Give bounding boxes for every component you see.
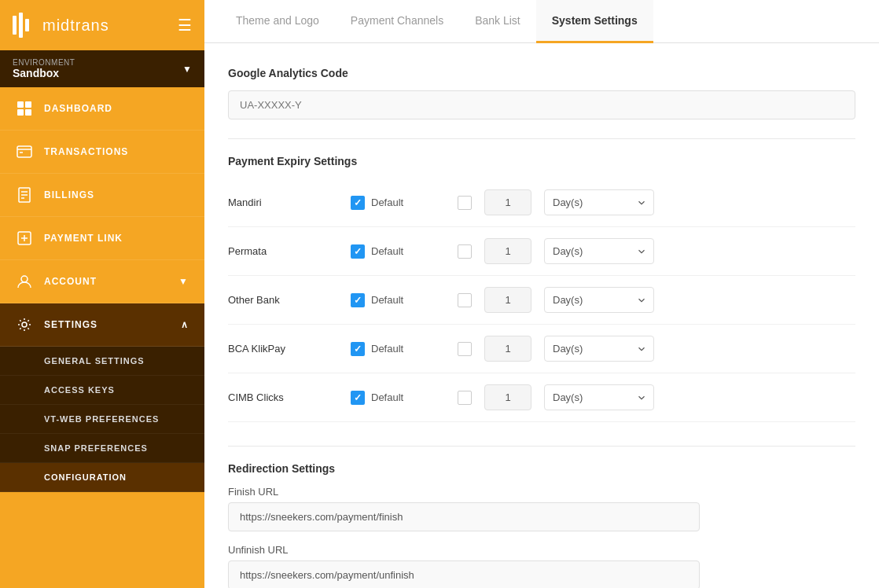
tab-system-settings[interactable]: System Settings bbox=[536, 0, 653, 43]
svg-point-18 bbox=[22, 322, 27, 327]
env-arrow-icon: ▼ bbox=[182, 64, 192, 75]
sidebar-item-vt-web[interactable]: VT-Web Preferences bbox=[0, 405, 204, 434]
redirection-section: Redirection Settings Finish URL Unfinish… bbox=[228, 462, 855, 588]
sidebar-item-settings[interactable]: Settings ∧ bbox=[0, 303, 204, 347]
expiry-label-cimb: CIMB Clicks bbox=[228, 391, 338, 403]
gear-icon bbox=[16, 316, 33, 333]
sidebar-item-dashboard[interactable]: Dashboard bbox=[0, 87, 204, 130]
cimb-unit-select[interactable]: Day(s) Hour(s) Minute(s) bbox=[544, 384, 654, 410]
sidebar-label-dashboard: Dashboard bbox=[44, 103, 189, 114]
checkbox-bca-custom[interactable] bbox=[458, 342, 472, 356]
permata-value-input[interactable] bbox=[484, 238, 531, 264]
sidebar-item-snap-preferences[interactable]: Snap Preferences bbox=[0, 434, 204, 463]
payment-expiry-section: Payment Expiry Settings Mandiri Default … bbox=[228, 155, 855, 422]
svg-rect-1 bbox=[19, 13, 23, 38]
expiry-title: Payment Expiry Settings bbox=[228, 155, 855, 167]
expiry-label-mandiri: Mandiri bbox=[228, 197, 338, 208]
unfinish-url-label: Unfinish URL bbox=[228, 544, 855, 556]
finish-url-label: Finish URL bbox=[228, 486, 855, 498]
expiry-row-mandiri: Mandiri Default Day(s) Hour(s) Minute(s) bbox=[228, 178, 855, 227]
other-bank-unit-select[interactable]: Day(s) Hour(s) Minute(s) bbox=[544, 287, 654, 313]
document-icon bbox=[16, 186, 33, 204]
tabs-bar: Theme and Logo Payment Channels Bank Lis… bbox=[204, 0, 879, 43]
expiry-row-other-bank: Other Bank Default Day(s) Hour(s) Minute… bbox=[228, 276, 855, 325]
analytics-title: Google Analytics Code bbox=[228, 67, 855, 79]
checkbox-bca-default[interactable] bbox=[351, 342, 365, 356]
sidebar-item-configuration[interactable]: Configuration bbox=[0, 463, 204, 492]
svg-rect-5 bbox=[17, 109, 24, 116]
divider-2 bbox=[228, 446, 855, 447]
sidebar-item-access-keys[interactable]: Access Keys bbox=[0, 376, 204, 405]
sidebar-item-general-settings[interactable]: General Settings bbox=[0, 347, 204, 376]
checkbox-mandiri-default[interactable] bbox=[351, 196, 365, 210]
checkbox-other-bank-default[interactable] bbox=[351, 293, 365, 307]
logo-icon bbox=[13, 13, 35, 38]
analytics-section: Google Analytics Code bbox=[228, 67, 855, 119]
finish-url-row: Finish URL bbox=[228, 486, 855, 531]
sidebar-label-settings: Settings bbox=[44, 319, 170, 330]
bca-value-input[interactable] bbox=[484, 336, 531, 362]
main-content: Theme and Logo Payment Channels Bank Lis… bbox=[204, 0, 879, 588]
checkbox-area-permata: Default bbox=[351, 244, 445, 259]
tab-theme-logo[interactable]: Theme and Logo bbox=[220, 0, 335, 43]
mandiri-value-input[interactable] bbox=[484, 189, 531, 215]
content-area: Google Analytics Code Payment Expiry Set… bbox=[204, 43, 879, 588]
tab-payment-channels[interactable]: Payment Channels bbox=[335, 0, 459, 43]
logo-area: midtrans bbox=[13, 13, 109, 38]
svg-rect-7 bbox=[17, 146, 31, 157]
sidebar-label-transactions: Transactions bbox=[44, 146, 189, 157]
permata-unit-select[interactable]: Day(s) Hour(s) Minute(s) bbox=[544, 238, 654, 264]
checkbox-permata-custom[interactable] bbox=[458, 244, 472, 259]
checkbox-area-mandiri: Default bbox=[351, 196, 445, 210]
hamburger-button[interactable]: ☰ bbox=[178, 16, 192, 35]
sidebar-item-account[interactable]: Account ▼ bbox=[0, 260, 204, 303]
default-label-mandiri: Default bbox=[371, 197, 403, 208]
payment-icon bbox=[16, 230, 33, 247]
default-label-cimb: Default bbox=[371, 391, 403, 403]
credit-card-icon bbox=[16, 143, 33, 160]
sidebar-item-billings[interactable]: Billings bbox=[0, 174, 204, 217]
checkbox-area-cimb: Default bbox=[351, 391, 445, 405]
default-label-other-bank: Default bbox=[371, 294, 403, 306]
env-selector[interactable]: Environment Sandbox ▼ bbox=[0, 50, 204, 87]
nav-items: Dashboard Transactions Bi bbox=[0, 87, 204, 588]
cimb-value-input[interactable] bbox=[484, 384, 531, 410]
user-icon bbox=[16, 273, 33, 290]
checkbox-permata-default[interactable] bbox=[351, 244, 365, 259]
env-value: Sandbox bbox=[13, 67, 75, 79]
sidebar-header: midtrans ☰ bbox=[0, 0, 204, 50]
divider-1 bbox=[228, 138, 855, 139]
expiry-row-cimb: CIMB Clicks Default Day(s) Hour(s) Minut… bbox=[228, 373, 855, 422]
unfinish-url-row: Unfinish URL bbox=[228, 544, 855, 588]
checkbox-cimb-custom[interactable] bbox=[458, 391, 472, 405]
sidebar-label-billings: Billings bbox=[44, 189, 189, 200]
tab-bank-list[interactable]: Bank List bbox=[459, 0, 536, 43]
env-info: Environment Sandbox bbox=[13, 58, 75, 79]
sidebar-label-payment-link: Payment Link bbox=[44, 233, 189, 244]
sidebar-item-transactions[interactable]: Transactions bbox=[0, 130, 204, 174]
checkbox-other-bank-custom[interactable] bbox=[458, 293, 472, 307]
env-label: Environment bbox=[13, 58, 75, 67]
expiry-row-bca: BCA KlikPay Default Day(s) Hour(s) Minut… bbox=[228, 325, 855, 373]
mandiri-unit-select[interactable]: Day(s) Hour(s) Minute(s) bbox=[544, 189, 654, 215]
sidebar-label-account: Account bbox=[44, 276, 167, 287]
default-label-bca: Default bbox=[371, 343, 403, 355]
expiry-row-permata: Permata Default Day(s) Hour(s) Minute(s) bbox=[228, 227, 855, 276]
expiry-label-bca: BCA KlikPay bbox=[228, 343, 338, 355]
analytics-input[interactable] bbox=[228, 90, 855, 119]
bca-unit-select[interactable]: Day(s) Hour(s) Minute(s) bbox=[544, 336, 654, 362]
default-label-permata: Default bbox=[371, 245, 403, 257]
svg-rect-6 bbox=[25, 109, 31, 116]
checkbox-mandiri-custom[interactable] bbox=[458, 196, 472, 210]
sidebar-item-payment-link[interactable]: Payment Link bbox=[0, 217, 204, 260]
svg-rect-4 bbox=[25, 101, 31, 108]
checkbox-cimb-default[interactable] bbox=[351, 391, 365, 405]
sidebar: midtrans ☰ Environment Sandbox ▼ Dashboa… bbox=[0, 0, 204, 588]
other-bank-value-input[interactable] bbox=[484, 287, 531, 313]
checkbox-area-other-bank: Default bbox=[351, 293, 445, 307]
svg-rect-3 bbox=[17, 101, 24, 108]
account-arrow-icon: ▼ bbox=[178, 276, 189, 287]
unfinish-url-input[interactable] bbox=[228, 560, 700, 588]
finish-url-input[interactable] bbox=[228, 502, 700, 531]
checkbox-area-bca: Default bbox=[351, 342, 445, 356]
